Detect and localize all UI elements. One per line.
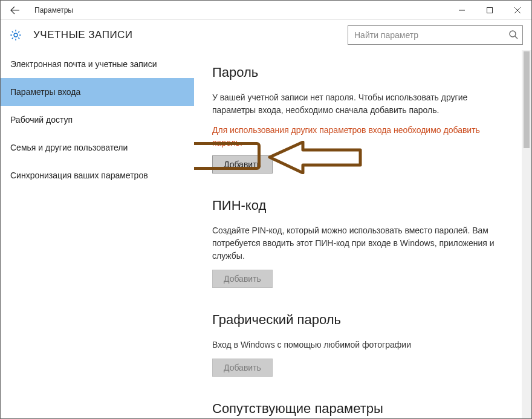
page-title: УЧЕТНЫЕ ЗАПИСИ (33, 29, 133, 41)
window-controls (448, 1, 531, 20)
pin-heading: ПИН-код (212, 198, 513, 213)
close-button[interactable] (504, 1, 531, 20)
related-heading: Сопутствующие параметры (212, 401, 513, 417)
svg-line-6 (515, 36, 517, 39)
minimize-button[interactable] (448, 1, 476, 20)
search-wrap (348, 25, 523, 45)
sidebar: Электронная почта и учетные записи Парам… (1, 50, 194, 418)
section-related: Сопутствующие параметры (212, 401, 513, 417)
pin-add-button[interactable]: Добавить (212, 270, 273, 288)
scrollbar[interactable] (522, 50, 531, 418)
password-add-button[interactable]: Добавить (212, 155, 273, 174)
search-input[interactable] (348, 25, 523, 45)
window-title: Параметры (30, 6, 73, 15)
section-password: Пароль У вашей учетной записи нет пароля… (212, 65, 513, 174)
pin-description: Создайте PIN-код, который можно использо… (212, 224, 496, 262)
svg-point-5 (510, 31, 516, 37)
picture-description: Вход в Windows с помощью любимой фотогра… (212, 339, 496, 351)
sidebar-item-sync[interactable]: Синхронизация ваших параметров (1, 161, 194, 189)
picture-heading: Графический пароль (212, 312, 513, 328)
search-icon (508, 30, 518, 42)
maximize-button[interactable] (476, 1, 504, 20)
password-description: У вашей учетной записи нет пароля. Чтобы… (212, 91, 496, 117)
back-button[interactable] (1, 1, 30, 20)
sidebar-item-email[interactable]: Электронная почта и учетные записи (1, 50, 194, 78)
sidebar-item-family[interactable]: Семья и другие пользователи (1, 134, 194, 161)
section-pin: ПИН-код Создайте PIN-код, который можно … (212, 198, 513, 288)
gear-icon (9, 28, 22, 42)
titlebar: Параметры (1, 1, 531, 20)
sidebar-item-work-access[interactable]: Рабочий доступ (1, 106, 194, 134)
password-heading: Пароль (212, 65, 513, 80)
scroll-thumb[interactable] (524, 51, 530, 148)
svg-rect-1 (487, 7, 493, 13)
password-warning: Для использования других параметров вход… (212, 124, 496, 149)
content: Пароль У вашей учетной записи нет пароля… (194, 50, 531, 418)
section-picture-password: Графический пароль Вход в Windows с помо… (212, 312, 513, 377)
svg-point-4 (14, 33, 18, 37)
body: Электронная почта и учетные записи Парам… (1, 50, 531, 418)
settings-window: Параметры УЧЕТНЫЕ ЗАПИСИ (0, 0, 532, 419)
header: УЧЕТНЫЕ ЗАПИСИ (1, 20, 531, 50)
sidebar-item-signin-options[interactable]: Параметры входа (1, 78, 194, 106)
picture-add-button[interactable]: Добавить (212, 359, 273, 377)
